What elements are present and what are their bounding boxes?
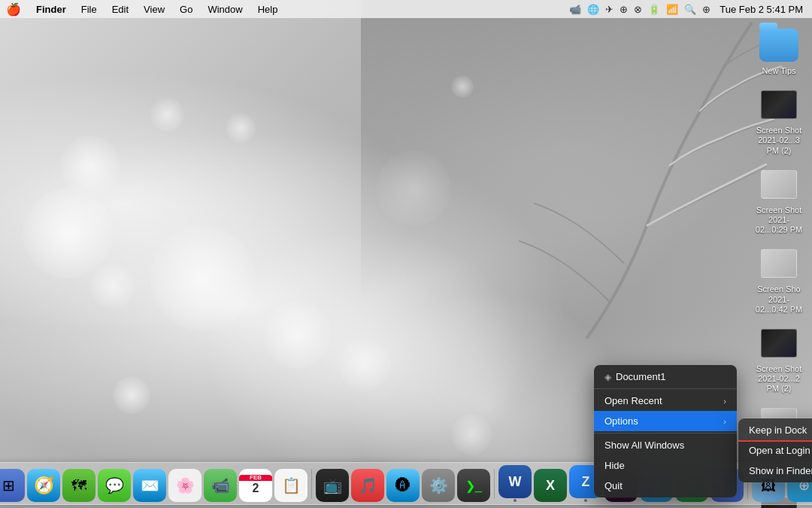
screenshot-1-icon[interactable]: Screen Shot2021-02...3 PM (2) [752,82,806,159]
word-dock-icon: W [498,465,532,498]
screenshot-1-label: Screen Shot2021-02...3 PM (2) [755,126,803,156]
apple-menu[interactable]: 🍎 [6,2,21,17]
context-menu: ◈ Document1 Open Recent › Options › Keep… [594,365,737,497]
screenshot-1-thumb [759,85,798,124]
bokeh-6 [263,301,331,369]
bokeh-11 [451,414,492,455]
open-at-login-item[interactable]: Open at Login [738,440,812,461]
screenshot-2-label: Screen Shot2021-02...0:29 PM [755,205,803,236]
dock-systemprefs[interactable]: ⚙️ [422,469,455,502]
go-menu[interactable]: Go [177,4,195,15]
dock-launchpad[interactable]: ⊞ [0,469,25,502]
options-label: Options [604,415,638,427]
open-recent-label: Open Recent [604,395,662,406]
weibo-icon[interactable]: 🌐 [587,4,599,15]
dock-music[interactable]: 🎵 [351,469,384,502]
new-tips-folder [759,26,798,65]
transmit-icon[interactable]: ✈ [605,4,614,15]
options-arrow: › [723,417,726,426]
reminders-dock-icon: 📋 [274,469,308,502]
app-name[interactable]: Finder [33,4,69,15]
dock-safari[interactable]: 🧭 [27,469,60,502]
bokeh-1 [23,188,113,278]
clock: Tue Feb 2 5:41 PM [717,4,806,15]
screenshot-3-thumb [759,244,798,283]
edit-menu[interactable]: Edit [109,4,132,15]
word-dot [514,499,517,502]
battery-icon[interactable]: 🔋 [648,4,660,15]
dock-appstore[interactable]: 🅐 [386,469,420,502]
screenshot-4-label: Screen Shot2021-02...2 PM (2) [755,364,803,394]
dock-separator-2 [494,469,495,499]
wifi2-icon[interactable]: 📶 [666,4,678,15]
show-in-finder-label: Show in Finder [749,465,812,476]
menubar-right: 📹 🌐 ✈ ⊕ ⊗ 🔋 📶 🔍 ⊕ Tue Feb 2 5:41 PM [569,4,806,15]
keep-in-dock-label: Keep in Dock [749,424,807,436]
open-recent-arrow: › [723,397,726,406]
dock-messages[interactable]: 💬 [98,469,131,502]
dock-separator-1 [311,469,312,499]
show-all-windows-item[interactable]: Show All Windows [594,435,737,455]
dock-photos[interactable]: 🌸 [168,469,201,502]
context-menu-header: ◈ Document1 [594,365,737,387]
menubar: 🍎 Finder File Edit View Go Window Help 📹… [0,0,812,18]
show-in-finder-item[interactable]: Show in Finder [738,461,812,482]
dock-reminders[interactable]: 📋 [274,469,308,502]
search-icon[interactable]: 🔍 [684,4,696,15]
music-dock-icon: 🎵 [351,469,384,502]
show-all-windows-label: Show All Windows [604,440,684,451]
dock-mail[interactable]: ✉️ [133,469,166,502]
bokeh-8 [338,339,391,391]
quit-label: Quit [604,480,623,491]
screenshot-3-icon[interactable]: Screen Sho2021-02...0:42 PM [752,241,806,318]
zoom-dot [584,499,587,502]
file-menu[interactable]: File [78,4,100,15]
screenshot-2-image [761,170,797,199]
meet-icon[interactable]: 📹 [569,4,581,15]
launchpad-dock-icon: ⊞ [0,469,25,502]
bokeh-7 [113,376,150,414]
hide-item[interactable]: Hide [594,455,737,476]
systemprefs-dock-icon: ⚙️ [422,469,455,502]
safari-dock-icon: 🧭 [27,469,60,502]
dock-facetime[interactable]: 📹 [204,469,237,502]
folder-shape [759,29,798,62]
options-item[interactable]: Options › Keep in Dock Open at Login Sho… [594,411,737,431]
hide-label: Hide [604,460,625,471]
wifi-icon[interactable]: ⊕ [620,4,628,15]
new-tips-icon[interactable]: New Tips [752,23,806,79]
maps-dock-icon: 🗺 [62,469,95,502]
bokeh-2 [60,135,120,196]
screenshot-1-image [761,90,797,119]
photos-dock-icon: 🌸 [168,469,201,502]
context-menu-divider-1 [594,388,737,389]
screenshot-4-image [761,329,797,357]
screenshot-2-icon[interactable]: Screen Shot2021-02...0:29 PM [752,162,806,239]
control-center-icon[interactable]: ⊕ [702,4,710,15]
bluetooth-icon[interactable]: ⊗ [634,4,642,15]
dock-iterm[interactable]: ❯_ [457,469,490,502]
dock-appletv[interactable]: 📺 [316,469,349,502]
context-menu-title: Document1 [616,371,665,382]
bokeh-12 [150,98,184,132]
help-menu[interactable]: Help [255,4,281,15]
open-recent-item[interactable]: Open Recent › [594,391,737,411]
dock-excel[interactable]: X [534,469,567,502]
messages-dock-icon: 💬 [98,469,131,502]
screenshot-3-label: Screen Sho2021-02...0:42 PM [755,284,803,315]
dock-maps[interactable]: 🗺 [62,469,95,502]
menubar-left: 🍎 Finder File Edit View Go Window Help [6,2,280,17]
dock-calendar[interactable]: FEB 2 [239,469,272,502]
view-menu[interactable]: View [141,4,168,15]
quit-item[interactable]: Quit [594,476,737,497]
keep-in-dock-item[interactable]: Keep in Dock [738,418,812,440]
screenshot-4-icon[interactable]: Screen Shot2021-02...2 PM (2) [752,321,806,397]
facetime-dock-icon: 📹 [204,469,237,502]
new-tips-label: New Tips [762,66,795,76]
dock-word[interactable]: W [498,465,532,502]
mail-dock-icon: ✉️ [133,469,166,502]
context-menu-divider-2 [594,433,737,433]
screenshot-2-thumb [759,165,798,204]
window-menu[interactable]: Window [205,4,245,15]
calendar-dock-icon: FEB 2 [239,469,272,502]
